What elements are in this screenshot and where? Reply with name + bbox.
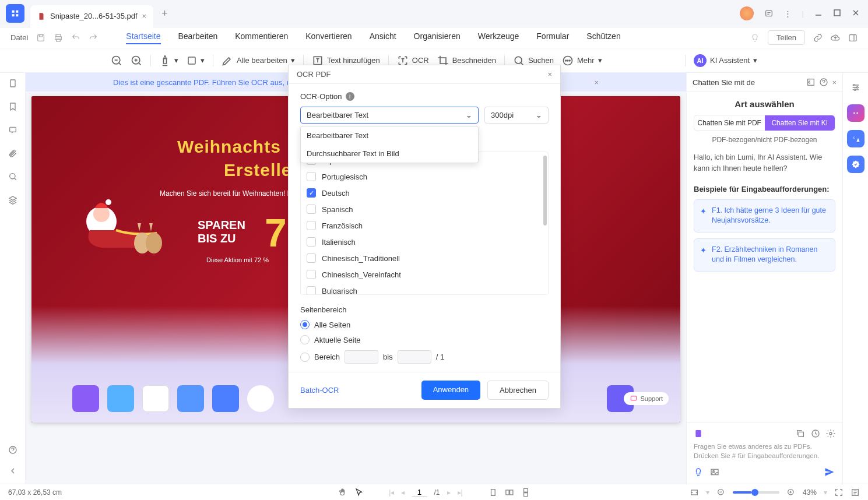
reader-mode-icon[interactable]: [851, 488, 860, 497]
ai-bulb-icon[interactable]: [694, 467, 703, 477]
collapse-icon[interactable]: [8, 466, 17, 476]
link-icon[interactable]: [813, 33, 823, 43]
thumbnails-icon[interactable]: [8, 79, 17, 88]
dpi-select[interactable]: 300dpi ⌄: [484, 107, 549, 124]
tab-ansicht[interactable]: Ansicht: [370, 31, 396, 44]
search-icon[interactable]: [8, 172, 17, 181]
prompt-example-1[interactable]: F1. Ich hätte gerne 3 Ideen für gute Neu…: [694, 199, 835, 233]
window-minimize-icon[interactable]: [814, 9, 823, 19]
document-tab[interactable]: Snipaste_20...6-51-35.pdf ×: [30, 5, 153, 27]
zoom-slider[interactable]: [733, 491, 779, 494]
lang-franzoesisch[interactable]: Französisch: [301, 217, 548, 234]
lang-portugiesisch[interactable]: Portugiesisch: [301, 168, 548, 185]
bookmark-icon[interactable]: [8, 102, 17, 111]
help-icon[interactable]: [8, 445, 17, 455]
tab-kommentieren[interactable]: Kommentieren: [235, 31, 288, 44]
window-close-icon[interactable]: [852, 9, 860, 19]
save-icon[interactable]: [36, 33, 45, 43]
user-avatar[interactable]: [740, 6, 754, 20]
fullscreen-icon[interactable]: [834, 488, 844, 497]
shape-icon[interactable]: ▾: [187, 55, 205, 66]
lang-deutsch[interactable]: ✓Deutsch: [301, 185, 548, 201]
ai-close-icon[interactable]: ×: [832, 78, 837, 87]
seg-pdf[interactable]: Chatten Sie mit PDF: [694, 115, 765, 131]
radio-current-page[interactable]: Aktuelle Seite: [300, 335, 549, 344]
view-single-icon[interactable]: [489, 488, 498, 497]
tab-organisieren[interactable]: Organisieren: [414, 31, 461, 44]
ai-history-icon[interactable]: [811, 429, 820, 438]
lang-spanisch[interactable]: Spanisch: [301, 201, 548, 217]
banner-close-icon[interactable]: ×: [594, 78, 599, 87]
hand-tool-icon[interactable]: [338, 488, 347, 497]
last-page-icon[interactable]: ▸|: [458, 488, 463, 497]
ocr-mode-select[interactable]: Bearbeitbarer Text ⌄ Bearbeitbarer Text …: [300, 107, 479, 124]
attachments-icon[interactable]: [8, 149, 17, 158]
share-button[interactable]: Teilen: [768, 30, 805, 45]
new-tab-button[interactable]: +: [157, 5, 173, 22]
first-page-icon[interactable]: |◂: [389, 488, 394, 497]
view-facing-icon[interactable]: [505, 488, 514, 497]
language-list[interactable]: Japanisch Portugiesisch ✓Deutsch Spanisc…: [300, 152, 549, 295]
next-page-icon[interactable]: ▸: [447, 488, 451, 497]
cancel-button[interactable]: Abbrechen: [487, 381, 549, 400]
fit-width-icon[interactable]: [690, 488, 699, 497]
redo-icon[interactable]: [89, 33, 98, 43]
dropdown-option-editable[interactable]: Bearbeitbarer Text: [301, 126, 478, 145]
lang-bulgarisch[interactable]: Bulgarisch: [301, 283, 548, 295]
page-input[interactable]: [412, 488, 427, 497]
select-tool-icon[interactable]: [354, 488, 363, 497]
kebab-menu-icon[interactable]: ⋮: [784, 9, 792, 18]
tab-formular[interactable]: Formular: [536, 31, 569, 44]
print-icon[interactable]: [54, 33, 63, 43]
undo-icon[interactable]: [71, 33, 80, 43]
expand-icon[interactable]: [806, 78, 816, 87]
check-badge-icon[interactable]: [847, 156, 865, 173]
notifications-icon[interactable]: [764, 9, 774, 18]
comments-icon[interactable]: [8, 125, 17, 135]
range-from-input[interactable]: [345, 350, 378, 364]
ai-help-icon[interactable]: [819, 78, 828, 87]
radio-range[interactable]: Bereich bis / 1: [300, 350, 549, 364]
highlight-icon[interactable]: ▾: [159, 55, 178, 66]
zoom-out-icon[interactable]: [111, 55, 122, 66]
zoom-out-status-icon[interactable]: [716, 488, 726, 497]
lang-chinesisch-trad[interactable]: Chinesisch_Traditionell: [301, 250, 548, 266]
translate-icon[interactable]: [847, 130, 865, 147]
ai-send-icon[interactable]: [824, 466, 835, 478]
file-menu[interactable]: Datei: [10, 33, 28, 42]
ki-assistant-button[interactable]: AIKI Assistent ▾: [694, 54, 757, 67]
lang-chinesisch-simpl[interactable]: Chinesisch_Vereinfacht: [301, 266, 548, 283]
ai-image-icon[interactable]: [710, 467, 719, 477]
window-maximize-icon[interactable]: [833, 9, 841, 19]
zoom-in-icon[interactable]: [131, 55, 142, 66]
bulb-icon[interactable]: [750, 33, 760, 43]
ai-settings-icon[interactable]: [826, 429, 835, 438]
layers-icon[interactable]: [8, 195, 17, 205]
tab-startseite[interactable]: Startseite: [126, 31, 160, 44]
zoom-in-status-icon[interactable]: [786, 488, 796, 497]
edit-all-button[interactable]: Alle bearbeiten ▾: [222, 55, 295, 66]
ai-chat-icon[interactable]: [847, 104, 865, 122]
lang-italienisch[interactable]: Italienisch: [301, 234, 548, 250]
radio-all-pages[interactable]: Alle Seiten: [300, 320, 549, 329]
tab-konvertieren[interactable]: Konvertieren: [305, 31, 352, 44]
sliders-icon[interactable]: [847, 79, 865, 96]
tab-bearbeiten[interactable]: Bearbeiten: [178, 31, 218, 44]
panel-icon[interactable]: [848, 33, 858, 43]
dialog-close-icon[interactable]: ×: [547, 70, 552, 79]
prev-page-icon[interactable]: ◂: [401, 488, 405, 497]
dropdown-option-searchable[interactable]: Durchsuchbarer Text in Bild: [301, 145, 478, 163]
tab-werkzeuge[interactable]: Werkzeuge: [478, 31, 519, 44]
info-icon[interactable]: i: [346, 92, 354, 101]
seg-ki[interactable]: Chatten Sie mit KI: [765, 115, 835, 131]
scrollbar[interactable]: [543, 156, 547, 226]
app-logo[interactable]: [6, 4, 24, 23]
tab-schuetzen[interactable]: Schützen: [586, 31, 620, 44]
more-button[interactable]: Mehr ▾: [562, 55, 602, 66]
ai-doc-icon[interactable]: [694, 429, 703, 438]
view-continuous-icon[interactable]: [521, 488, 530, 497]
tab-close-icon[interactable]: ×: [142, 12, 147, 20]
ai-copy-icon[interactable]: [796, 429, 805, 438]
support-chip[interactable]: Support: [624, 392, 669, 405]
range-to-input[interactable]: [398, 350, 431, 364]
